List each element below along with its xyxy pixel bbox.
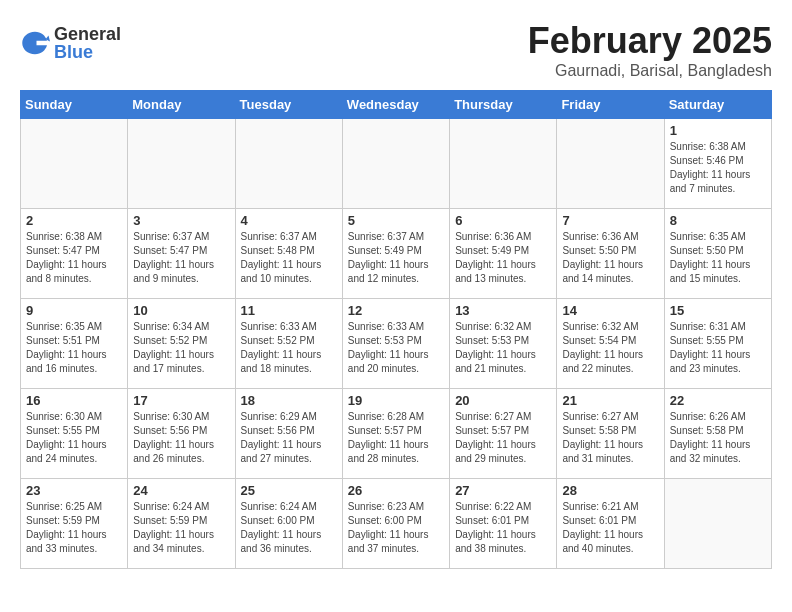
- month-title: February 2025: [528, 20, 772, 62]
- calendar-cell: [557, 119, 664, 209]
- calendar-cell: 8Sunrise: 6:35 AM Sunset: 5:50 PM Daylig…: [664, 209, 771, 299]
- calendar-cell: 21Sunrise: 6:27 AM Sunset: 5:58 PM Dayli…: [557, 389, 664, 479]
- weekday-header: Friday: [557, 91, 664, 119]
- calendar-cell: 27Sunrise: 6:22 AM Sunset: 6:01 PM Dayli…: [450, 479, 557, 569]
- day-number: 9: [26, 303, 122, 318]
- day-number: 15: [670, 303, 766, 318]
- calendar-cell: 14Sunrise: 6:32 AM Sunset: 5:54 PM Dayli…: [557, 299, 664, 389]
- calendar-cell: 6Sunrise: 6:36 AM Sunset: 5:49 PM Daylig…: [450, 209, 557, 299]
- day-info: Sunrise: 6:37 AM Sunset: 5:47 PM Dayligh…: [133, 230, 229, 286]
- calendar-cell: 5Sunrise: 6:37 AM Sunset: 5:49 PM Daylig…: [342, 209, 449, 299]
- weekday-header: Wednesday: [342, 91, 449, 119]
- day-info: Sunrise: 6:38 AM Sunset: 5:47 PM Dayligh…: [26, 230, 122, 286]
- day-number: 23: [26, 483, 122, 498]
- calendar-cell: 23Sunrise: 6:25 AM Sunset: 5:59 PM Dayli…: [21, 479, 128, 569]
- logo: General Blue: [20, 25, 121, 61]
- weekday-header: Monday: [128, 91, 235, 119]
- calendar-cell: 15Sunrise: 6:31 AM Sunset: 5:55 PM Dayli…: [664, 299, 771, 389]
- calendar-cell: [128, 119, 235, 209]
- logo-blue: Blue: [54, 43, 121, 61]
- day-info: Sunrise: 6:23 AM Sunset: 6:00 PM Dayligh…: [348, 500, 444, 556]
- day-info: Sunrise: 6:22 AM Sunset: 6:01 PM Dayligh…: [455, 500, 551, 556]
- day-info: Sunrise: 6:29 AM Sunset: 5:56 PM Dayligh…: [241, 410, 337, 466]
- calendar-week-row: 9Sunrise: 6:35 AM Sunset: 5:51 PM Daylig…: [21, 299, 772, 389]
- day-info: Sunrise: 6:34 AM Sunset: 5:52 PM Dayligh…: [133, 320, 229, 376]
- day-info: Sunrise: 6:31 AM Sunset: 5:55 PM Dayligh…: [670, 320, 766, 376]
- calendar-cell: [342, 119, 449, 209]
- logo-text: General Blue: [54, 25, 121, 61]
- day-number: 2: [26, 213, 122, 228]
- day-info: Sunrise: 6:35 AM Sunset: 5:50 PM Dayligh…: [670, 230, 766, 286]
- day-number: 7: [562, 213, 658, 228]
- calendar-cell: 18Sunrise: 6:29 AM Sunset: 5:56 PM Dayli…: [235, 389, 342, 479]
- day-number: 13: [455, 303, 551, 318]
- calendar-header-row: SundayMondayTuesdayWednesdayThursdayFrid…: [21, 91, 772, 119]
- calendar-cell: 11Sunrise: 6:33 AM Sunset: 5:52 PM Dayli…: [235, 299, 342, 389]
- day-number: 27: [455, 483, 551, 498]
- day-info: Sunrise: 6:33 AM Sunset: 5:52 PM Dayligh…: [241, 320, 337, 376]
- calendar-cell: 24Sunrise: 6:24 AM Sunset: 5:59 PM Dayli…: [128, 479, 235, 569]
- logo-general: General: [54, 25, 121, 43]
- calendar-cell: 10Sunrise: 6:34 AM Sunset: 5:52 PM Dayli…: [128, 299, 235, 389]
- day-info: Sunrise: 6:30 AM Sunset: 5:56 PM Dayligh…: [133, 410, 229, 466]
- day-info: Sunrise: 6:36 AM Sunset: 5:49 PM Dayligh…: [455, 230, 551, 286]
- day-number: 1: [670, 123, 766, 138]
- weekday-header: Thursday: [450, 91, 557, 119]
- calendar-cell: [664, 479, 771, 569]
- day-number: 20: [455, 393, 551, 408]
- day-number: 22: [670, 393, 766, 408]
- calendar-cell: 7Sunrise: 6:36 AM Sunset: 5:50 PM Daylig…: [557, 209, 664, 299]
- day-number: 14: [562, 303, 658, 318]
- day-number: 26: [348, 483, 444, 498]
- day-info: Sunrise: 6:38 AM Sunset: 5:46 PM Dayligh…: [670, 140, 766, 196]
- day-number: 5: [348, 213, 444, 228]
- title-section: February 2025 Gaurnadi, Barisal, Banglad…: [528, 20, 772, 80]
- calendar-cell: 20Sunrise: 6:27 AM Sunset: 5:57 PM Dayli…: [450, 389, 557, 479]
- day-number: 17: [133, 393, 229, 408]
- calendar-cell: [235, 119, 342, 209]
- day-info: Sunrise: 6:24 AM Sunset: 6:00 PM Dayligh…: [241, 500, 337, 556]
- day-number: 8: [670, 213, 766, 228]
- calendar-cell: 22Sunrise: 6:26 AM Sunset: 5:58 PM Dayli…: [664, 389, 771, 479]
- calendar-cell: 3Sunrise: 6:37 AM Sunset: 5:47 PM Daylig…: [128, 209, 235, 299]
- day-number: 18: [241, 393, 337, 408]
- logo-icon: [20, 28, 50, 58]
- calendar-cell: 9Sunrise: 6:35 AM Sunset: 5:51 PM Daylig…: [21, 299, 128, 389]
- calendar-cell: 1Sunrise: 6:38 AM Sunset: 5:46 PM Daylig…: [664, 119, 771, 209]
- day-number: 25: [241, 483, 337, 498]
- calendar-cell: 28Sunrise: 6:21 AM Sunset: 6:01 PM Dayli…: [557, 479, 664, 569]
- day-number: 11: [241, 303, 337, 318]
- calendar-cell: 25Sunrise: 6:24 AM Sunset: 6:00 PM Dayli…: [235, 479, 342, 569]
- day-number: 3: [133, 213, 229, 228]
- day-info: Sunrise: 6:27 AM Sunset: 5:57 PM Dayligh…: [455, 410, 551, 466]
- day-info: Sunrise: 6:32 AM Sunset: 5:53 PM Dayligh…: [455, 320, 551, 376]
- weekday-header: Sunday: [21, 91, 128, 119]
- calendar-week-row: 16Sunrise: 6:30 AM Sunset: 5:55 PM Dayli…: [21, 389, 772, 479]
- calendar-cell: [21, 119, 128, 209]
- day-number: 16: [26, 393, 122, 408]
- calendar-week-row: 2Sunrise: 6:38 AM Sunset: 5:47 PM Daylig…: [21, 209, 772, 299]
- day-info: Sunrise: 6:32 AM Sunset: 5:54 PM Dayligh…: [562, 320, 658, 376]
- calendar-cell: 17Sunrise: 6:30 AM Sunset: 5:56 PM Dayli…: [128, 389, 235, 479]
- calendar-week-row: 1Sunrise: 6:38 AM Sunset: 5:46 PM Daylig…: [21, 119, 772, 209]
- weekday-header: Saturday: [664, 91, 771, 119]
- calendar-cell: 4Sunrise: 6:37 AM Sunset: 5:48 PM Daylig…: [235, 209, 342, 299]
- weekday-header: Tuesday: [235, 91, 342, 119]
- calendar-cell: 12Sunrise: 6:33 AM Sunset: 5:53 PM Dayli…: [342, 299, 449, 389]
- location-title: Gaurnadi, Barisal, Bangladesh: [528, 62, 772, 80]
- calendar: SundayMondayTuesdayWednesdayThursdayFrid…: [20, 90, 772, 569]
- day-number: 12: [348, 303, 444, 318]
- day-info: Sunrise: 6:24 AM Sunset: 5:59 PM Dayligh…: [133, 500, 229, 556]
- day-info: Sunrise: 6:37 AM Sunset: 5:48 PM Dayligh…: [241, 230, 337, 286]
- day-number: 6: [455, 213, 551, 228]
- day-info: Sunrise: 6:21 AM Sunset: 6:01 PM Dayligh…: [562, 500, 658, 556]
- calendar-cell: 13Sunrise: 6:32 AM Sunset: 5:53 PM Dayli…: [450, 299, 557, 389]
- calendar-cell: 26Sunrise: 6:23 AM Sunset: 6:00 PM Dayli…: [342, 479, 449, 569]
- day-number: 24: [133, 483, 229, 498]
- calendar-cell: 16Sunrise: 6:30 AM Sunset: 5:55 PM Dayli…: [21, 389, 128, 479]
- page-header: General Blue February 2025 Gaurnadi, Bar…: [20, 20, 772, 80]
- calendar-cell: [450, 119, 557, 209]
- day-info: Sunrise: 6:36 AM Sunset: 5:50 PM Dayligh…: [562, 230, 658, 286]
- day-info: Sunrise: 6:27 AM Sunset: 5:58 PM Dayligh…: [562, 410, 658, 466]
- day-number: 28: [562, 483, 658, 498]
